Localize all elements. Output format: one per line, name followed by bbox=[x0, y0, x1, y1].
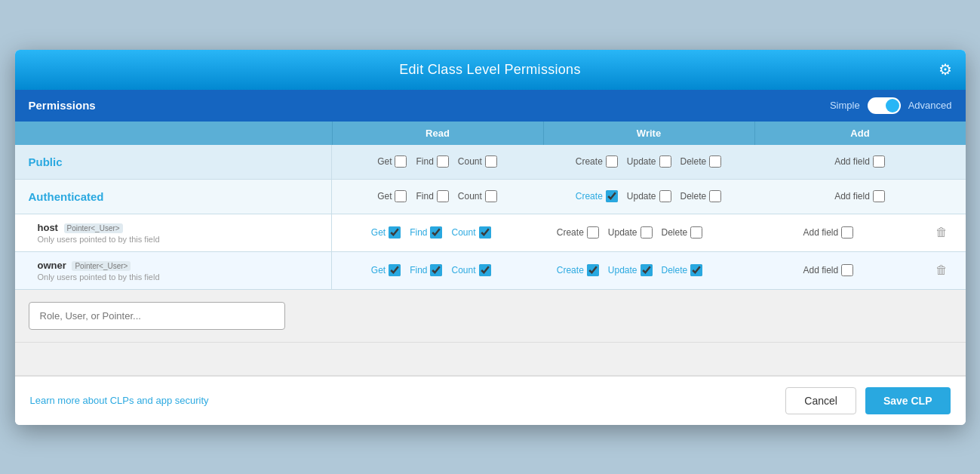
public-get-checkbox[interactable] bbox=[395, 155, 407, 168]
auth-update-label: Update bbox=[627, 191, 656, 202]
public-get-label: Get bbox=[377, 156, 392, 167]
cancel-button[interactable]: Cancel bbox=[785, 387, 856, 414]
public-delete: Delete bbox=[680, 155, 722, 168]
host-count-label: Count bbox=[451, 227, 475, 238]
col-empty bbox=[15, 122, 332, 145]
public-add-cells: Add field bbox=[754, 146, 966, 177]
public-update-checkbox[interactable] bbox=[659, 155, 671, 168]
owner-addfield-checkbox[interactable] bbox=[841, 264, 853, 276]
auth-update: Update bbox=[627, 190, 671, 202]
owner-label: owner Pointer<_User> Only users pointed … bbox=[15, 252, 332, 289]
modal: Edit Class Level Permissions ⚙ Permissio… bbox=[15, 50, 966, 425]
auth-create: Create bbox=[576, 190, 618, 202]
row-host: host Pointer<_User> Only users pointed t… bbox=[15, 214, 966, 252]
public-find-checkbox[interactable] bbox=[437, 155, 449, 168]
modal-header: Edit Class Level Permissions ⚙ bbox=[15, 50, 966, 90]
owner-find: Find bbox=[410, 264, 442, 276]
auth-delete-checkbox[interactable] bbox=[709, 190, 721, 202]
owner-create: Create bbox=[557, 264, 599, 276]
auth-addfield: Add field bbox=[834, 190, 885, 202]
owner-find-label: Find bbox=[410, 265, 427, 275]
simple-label: Simple bbox=[830, 100, 860, 111]
host-find-checkbox[interactable] bbox=[430, 226, 442, 239]
host-update: Update bbox=[608, 226, 653, 239]
host-delete-row-icon[interactable]: 🗑 bbox=[928, 226, 966, 239]
auth-update-checkbox[interactable] bbox=[659, 190, 671, 202]
auth-delete-label: Delete bbox=[680, 191, 707, 202]
owner-update-checkbox[interactable] bbox=[641, 264, 653, 276]
public-count: Count bbox=[458, 155, 497, 168]
auth-count-checkbox[interactable] bbox=[485, 190, 497, 202]
save-clp-button[interactable]: Save CLP bbox=[865, 387, 951, 414]
owner-read-cells: Get Find Count bbox=[332, 255, 530, 285]
authenticated-label: Authenticated bbox=[15, 180, 332, 214]
owner-update: Update bbox=[608, 264, 653, 276]
toggle-knob bbox=[886, 99, 899, 112]
owner-count-checkbox[interactable] bbox=[479, 264, 491, 276]
host-write-cells: Create Update Delete bbox=[530, 217, 729, 248]
host-addfield: Add field bbox=[803, 226, 853, 239]
permissions-table: Read Write Add Public Get Find Count bbox=[15, 122, 966, 376]
owner-add-cells: Add field bbox=[729, 255, 927, 285]
owner-delete: Delete bbox=[662, 264, 703, 276]
host-label: host Pointer<_User> Only users pointed t… bbox=[15, 214, 332, 251]
owner-type: Pointer<_User> bbox=[72, 261, 131, 271]
host-type: Pointer<_User> bbox=[64, 223, 123, 233]
permissions-bar: Permissions Simple Advanced bbox=[15, 90, 966, 122]
owner-delete-checkbox[interactable] bbox=[690, 264, 702, 276]
public-create-label: Create bbox=[576, 156, 603, 167]
permissions-label: Permissions bbox=[29, 99, 96, 112]
gear-icon[interactable]: ⚙ bbox=[939, 60, 952, 78]
host-find-label: Find bbox=[410, 227, 427, 238]
host-delete-checkbox[interactable] bbox=[690, 226, 702, 239]
public-addfield-label: Add field bbox=[834, 156, 870, 167]
modal-footer: Learn more about CLPs and app security C… bbox=[15, 376, 966, 425]
host-create-label: Create bbox=[557, 227, 584, 238]
host-delete-label: Delete bbox=[662, 227, 688, 238]
learn-more-link[interactable]: Learn more about CLPs and app security bbox=[30, 395, 209, 406]
role-user-pointer-input[interactable] bbox=[29, 302, 285, 330]
host-create-checkbox[interactable] bbox=[587, 226, 599, 239]
owner-write-cells: Create Update Delete bbox=[530, 255, 729, 285]
owner-count-label: Count bbox=[451, 265, 475, 275]
auth-get-label: Get bbox=[377, 191, 392, 202]
owner-find-checkbox[interactable] bbox=[430, 264, 442, 276]
host-update-checkbox[interactable] bbox=[641, 226, 653, 239]
owner-get: Get bbox=[371, 264, 401, 276]
public-find-label: Find bbox=[416, 156, 433, 167]
public-write-cells: Create Update Delete bbox=[543, 146, 754, 177]
public-addfield: Add field bbox=[834, 155, 885, 168]
col-write: Write bbox=[543, 122, 754, 145]
auth-addfield-checkbox[interactable] bbox=[873, 190, 885, 202]
auth-get-checkbox[interactable] bbox=[395, 190, 407, 202]
auth-find-checkbox[interactable] bbox=[437, 190, 449, 202]
host-create: Create bbox=[557, 226, 599, 239]
host-get-label: Get bbox=[371, 227, 386, 238]
public-update: Update bbox=[627, 155, 671, 168]
owner-create-checkbox[interactable] bbox=[587, 264, 599, 276]
modal-title: Edit Class Level Permissions bbox=[399, 62, 580, 78]
host-addfield-checkbox[interactable] bbox=[841, 226, 853, 239]
owner-desc: Only users pointed to by this field bbox=[38, 272, 318, 282]
auth-count-label: Count bbox=[458, 191, 482, 202]
public-get: Get bbox=[377, 155, 407, 168]
public-count-label: Count bbox=[458, 156, 482, 167]
host-count-checkbox[interactable] bbox=[479, 226, 491, 239]
host-get-checkbox[interactable] bbox=[389, 226, 401, 239]
owner-create-label: Create bbox=[557, 265, 584, 275]
col-add: Add bbox=[754, 122, 966, 145]
owner-get-checkbox[interactable] bbox=[389, 264, 401, 276]
public-delete-checkbox[interactable] bbox=[709, 155, 721, 168]
public-create-checkbox[interactable] bbox=[606, 155, 618, 168]
public-addfield-checkbox[interactable] bbox=[873, 155, 885, 168]
owner-count: Count bbox=[451, 264, 490, 276]
public-count-checkbox[interactable] bbox=[485, 155, 497, 168]
view-toggle[interactable] bbox=[868, 97, 901, 114]
public-create: Create bbox=[576, 155, 618, 168]
public-delete-label: Delete bbox=[680, 156, 707, 167]
auth-delete: Delete bbox=[680, 190, 722, 202]
host-get: Get bbox=[371, 226, 401, 239]
owner-name: owner bbox=[38, 260, 66, 271]
auth-create-checkbox[interactable] bbox=[606, 190, 618, 202]
owner-delete-row-icon[interactable]: 🗑 bbox=[928, 263, 966, 277]
